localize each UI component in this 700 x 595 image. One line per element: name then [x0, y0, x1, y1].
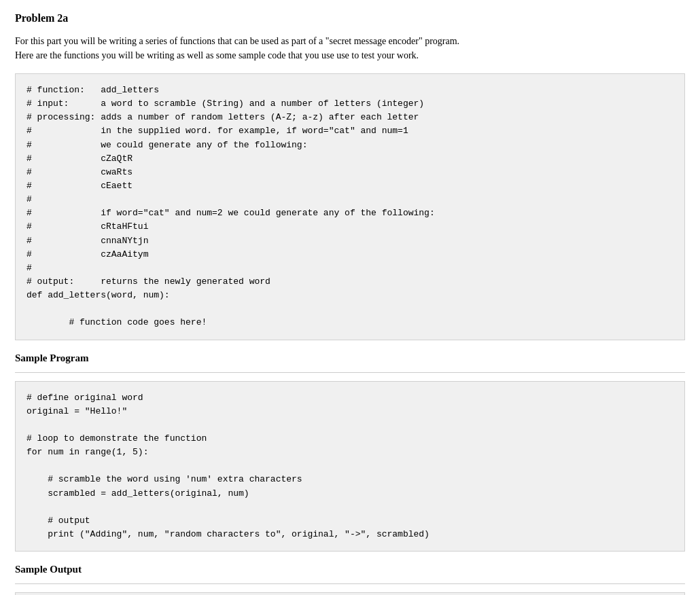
sample-program-heading: Sample Program — [15, 353, 685, 364]
function-code-block: # function: add_letters # input: a word … — [15, 73, 685, 340]
sample-program-code-block: # define original word original = "Hello… — [15, 381, 685, 552]
sample-output-code-block: Adding 1 random characters to Hello! -> … — [15, 592, 685, 595]
description-line1: For this part you will be writing a seri… — [15, 36, 459, 46]
description-line2: Here are the functions you will be writi… — [15, 50, 419, 60]
description-text: For this part you will be writing a seri… — [15, 34, 685, 62]
section-divider-2 — [15, 583, 685, 584]
problem-title: Problem 2a — [15, 12, 685, 24]
sample-output-heading: Sample Output — [15, 564, 685, 575]
page-container: Problem 2a For this part you will be wri… — [0, 0, 700, 595]
section-divider-1 — [15, 372, 685, 373]
